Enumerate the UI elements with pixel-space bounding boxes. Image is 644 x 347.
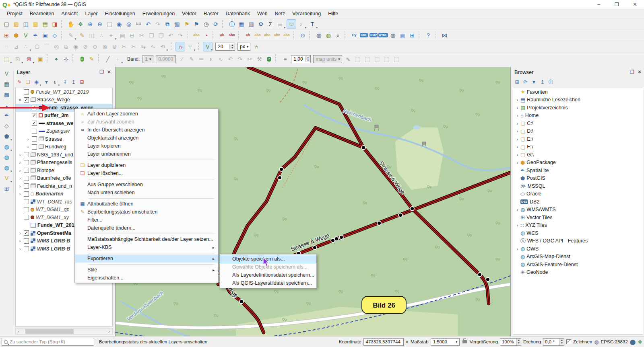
add-mssql-layer-button[interactable]: ▣▾ [40,31,50,40]
menu-bar-item[interactable]: Netz [271,10,289,17]
browser-item[interactable]: ✒ SpatiaLite [513,166,643,175]
vertex-editor-button[interactable]: ∿▾ [148,42,158,51]
layer-visibility-checkbox[interactable] [24,160,29,165]
menu-zoom-to-selection[interactable]: ⌕ Zur Auswahl zoomen ▸ [75,118,218,126]
browser-item[interactable]: › ▢ F:\ [513,143,643,151]
menu-bar-item[interactable]: Projekt [3,10,26,17]
locator-search-input[interactable]: Zu suchender Typ (Strg+K) [2,338,94,346]
browser-item[interactable]: › ▢ G:\ [513,151,643,159]
context-menu-item[interactable]: ▸ [75,177,218,181]
browser-item[interactable]: ◍ ArcGIS-Feature-Dienst [513,261,643,269]
delete-part-button[interactable]: ⊖▾ [90,42,100,51]
menu-open-attribute-table[interactable]: ▦ Attributtabelle öffnen ▸ [75,200,218,208]
select-all-button[interactable]: ▣▾ [35,54,45,64]
raster-epsilon-button[interactable]: ε▾ [206,54,216,64]
browser-properties-button[interactable]: ⓘ▾ [547,78,555,86]
filter-expression-button[interactable]: ε▾ [51,78,59,86]
toolbar-icon[interactable]: ▾ [213,31,216,39]
modify-attributes-button[interactable]: ▤▾ [118,31,127,40]
filter-browser-button[interactable]: ▼▾ [530,78,538,86]
expander-icon[interactable]: › [17,238,23,243]
magnifier-spinner[interactable]: 100%▲▼ [500,338,521,346]
attribute-grid-button[interactable]: ⊞▾ [407,31,417,40]
zoom-last-button[interactable]: ↶▾ [143,19,153,29]
data-source-manager-button[interactable]: ⊞▾ [2,31,11,40]
add-wfs-layer-button[interactable]: ◍▾ [2,163,12,172]
raster-curve-button[interactable]: ∿▾ [216,54,225,64]
toolbar-icon[interactable]: ▾ [238,31,242,39]
crs-globe-icon[interactable]: ◍ [594,339,599,345]
move-label-button[interactable]: ab▾ [243,31,253,40]
raster-box-button[interactable]: ▫▾ [113,54,122,64]
toolbar-icon[interactable]: ▾ [61,31,64,39]
pin-labels-button[interactable]: ab▾ [217,31,227,40]
toolbar-icon[interactable]: ▾ [222,20,225,28]
label-pin-button[interactable]: ⬚▾ [353,54,363,64]
menu-bar-item[interactable]: Layer [81,10,101,17]
browser-item[interactable]: › ∷ XYZ Tiles [513,222,643,230]
menu-rename-layer[interactable]: Layer umbenennen ▸ [75,150,218,158]
raster-pen-button[interactable]: ✎▾ [187,54,196,64]
raster-cut-button[interactable]: ✂▾ [245,54,254,64]
layer-visibility-checkbox[interactable] [24,230,29,236]
add-wms-layer-button[interactable]: ◍▾ [2,142,12,152]
close-button[interactable]: ✕ [626,0,644,9]
browser-item[interactable]: › ◍ WMS/WMTS [513,206,643,214]
export-kml-button[interactable]: KML▾ [359,31,369,40]
browser-item[interactable]: › ▢ E:\ [513,135,643,143]
raster-undo-button[interactable]: ↶▾ [225,54,235,64]
current-edits-button[interactable]: ✎▾ [66,31,76,40]
expander-icon[interactable]: › [515,97,520,102]
open-layer-styling-button[interactable]: ✎▾ [15,78,24,86]
rotate-feature-button[interactable]: ⟲▾ [158,42,167,51]
db-manager-button[interactable]: ⊜▾ [298,31,308,40]
expander-icon[interactable]: › [17,246,23,251]
render-checkbox[interactable] [566,339,571,344]
enable-tracing-button[interactable]: ◌▾ [2,42,11,51]
coordinate-field[interactable]: 473326,5397744 [363,338,404,346]
help-contents-button[interactable]: ?▾ [423,31,433,40]
expander-icon[interactable]: › [515,223,520,228]
layer-visibility-checkbox[interactable] [32,105,37,110]
submenu-save-features-as[interactable]: Objekte speichern als... ▸ [220,255,316,263]
add-virtual-layer-button[interactable]: V▾ [2,173,12,183]
filter-legend-button[interactable]: ▼▾ [42,78,51,86]
scroll-left-button[interactable]: ‹ [16,329,22,334]
raster-draw-button[interactable]: ∕▾ [177,54,187,64]
browser-item[interactable]: › ▢ D:\ [513,127,643,136]
expander-icon[interactable]: › [515,152,520,157]
remove-layer-button[interactable]: ⊟▾ [78,78,86,86]
submenu-save-as-layer-definition[interactable]: Als Layerdefinitionsdatei speichern... ▸ [220,271,316,279]
split-parts-button[interactable]: ✂▾ [129,42,138,51]
expander-icon[interactable]: › [515,105,520,110]
minimize-button[interactable]: – [590,0,608,9]
temporal-controller-button[interactable]: ◷▾ [201,19,211,29]
add-gpx-layer-button[interactable]: ◇▾ [2,121,12,131]
add-mesh-layer-button[interactable]: ▩▾ [2,90,12,99]
zoom-next-button[interactable]: ↷▾ [153,19,163,29]
toolbar-icon[interactable]: ▾ [72,54,76,62]
close-panel-icon[interactable]: ✕ [107,69,111,75]
browser-item[interactable]: › ⬒ Räumliche Lesezeichen [513,96,643,104]
osm-place-search-button[interactable]: ⌕▾ [333,31,343,40]
menu-change-data-source[interactable]: Datenquelle ändern... ▸ [75,224,218,232]
layer-visibility-checkbox[interactable] [24,207,29,212]
toggle-editing-button[interactable]: ✎▾ [77,31,87,40]
layer-visibility-checkbox[interactable] [24,238,29,244]
layer-visibility-checkbox[interactable] [24,152,29,157]
open-project-button[interactable]: ▨▾ [11,19,21,29]
scrollbar-thumb[interactable] [25,329,74,334]
menu-copy-layer[interactable]: Layer kopieren ▸ [75,142,218,150]
menu-toggle-editing[interactable]: ✎ Bearbeitungsstatus umschalten ▸ [75,208,218,216]
save-edits-button[interactable]: ◫▾ [87,31,97,40]
band-combo[interactable]: 1▾ [142,55,153,63]
new-project-button[interactable]: ▢▾ [2,19,11,29]
expander-icon[interactable]: › [17,231,23,236]
browser-item[interactable]: ≫ MSSQL [513,182,643,190]
save-project-as-button[interactable]: ▥▾ [31,19,40,29]
digitize-points-button[interactable]: ∴▾ [97,31,106,40]
highlight-labels-button[interactable]: abc▾ [227,31,237,40]
osm-edit-button[interactable]: ✎▾ [87,54,97,64]
refresh-map-button[interactable]: ⟳▾ [211,19,221,29]
layer-visibility-checkbox[interactable] [24,199,29,204]
